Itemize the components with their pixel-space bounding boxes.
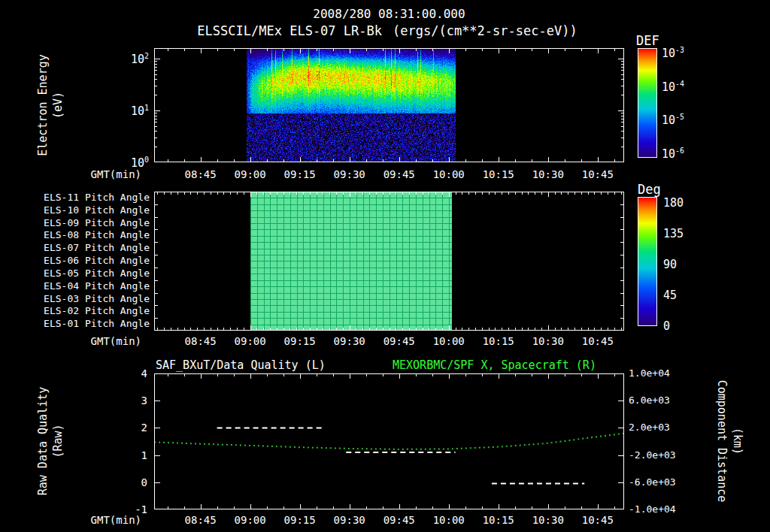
deg-colorbar-tick-label: 135 <box>663 227 684 240</box>
left-series-title: SAF_BXuT/Data Quality (L) <box>156 358 326 372</box>
x-tick-label: 10:15 <box>474 335 523 347</box>
x-tick-label: 08:45 <box>177 514 225 526</box>
def-colorbar-tick-label: 10-5 <box>662 113 684 127</box>
x-tick-label: 08:45 <box>177 335 225 347</box>
x-tick-label: 09:30 <box>326 335 374 347</box>
x-tick-label: 09:30 <box>326 514 374 526</box>
distance-y-tick-label: -2.0e+03 <box>629 449 689 461</box>
def-colorbar-tick-label: 10-3 <box>662 46 684 60</box>
pitch-row-label: ELS-07 Pitch Angle <box>0 242 153 255</box>
x-tick-label: 10:45 <box>574 514 622 526</box>
datetime-title: 2008/280 08:31:00.000 <box>154 7 624 21</box>
quality-y-tick-label: -1 <box>114 503 147 515</box>
x-tick-label: 09:45 <box>375 168 423 180</box>
energy-y-tick-label: 102 <box>107 52 149 66</box>
x-tick-label: 09:00 <box>226 168 274 180</box>
pitch-row-label: ELS-05 Pitch Angle <box>0 268 153 280</box>
x-tick-label: 08:45 <box>177 168 225 180</box>
quality-y-tick-label: 2 <box>114 422 147 434</box>
x-tick-label: 10:15 <box>474 168 523 180</box>
def-colorbar-tick-label: 10-6 <box>662 147 684 161</box>
x-tick-label: 10:45 <box>574 168 622 180</box>
pitch-row-label: ELS-04 Pitch Angle <box>0 280 153 293</box>
def-colorbar <box>638 48 657 158</box>
distance-y-tick-label: -6.0e+03 <box>629 476 689 488</box>
x-tick-label: 09:15 <box>276 514 324 526</box>
x-tick-label: 09:45 <box>375 335 423 347</box>
x-tick-label: 10:30 <box>524 335 572 347</box>
pitch-row-label: ELS-08 Pitch Angle <box>0 229 153 242</box>
left-y-axis-label: Raw Data Quality <box>36 351 50 531</box>
x-tick-label: 10:45 <box>574 335 622 347</box>
def-colorbar-tick-label: 10-4 <box>662 80 684 94</box>
x-tick-label: 09:00 <box>226 335 274 347</box>
quality-y-tick-label: 3 <box>114 394 147 407</box>
deg-colorbar-tick-label: 90 <box>663 258 677 271</box>
x-tick-label: 10:00 <box>425 514 473 526</box>
deg-colorbar-tick-label: 0 <box>663 319 670 333</box>
left-y-axis-units: (Raw) <box>51 351 65 531</box>
x-tick-label: 09:15 <box>276 335 324 347</box>
pitch-row-label: ELS-03 Pitch Angle <box>0 293 153 306</box>
x-tick-label: 10:15 <box>474 514 523 526</box>
pitch-row-label: ELS-02 Pitch Angle <box>0 305 153 318</box>
deg-colorbar-tick-label: 45 <box>663 289 677 302</box>
x-tick-label: 09:45 <box>375 514 423 526</box>
pitch-row-label: ELS-09 Pitch Angle <box>0 217 153 230</box>
x-axis-label: GMT(min) <box>72 514 141 526</box>
deg-colorbar-tick-label: 180 <box>663 196 684 210</box>
units-label: (ergs/(cm**2-sr-sec-eV)) <box>393 23 578 38</box>
right-y-axis-label: Component Distance <box>715 351 729 531</box>
spectrogram-y-axis-units: (eV) <box>51 15 65 195</box>
quality-distance-plot <box>154 373 624 509</box>
x-tick-label: 10:00 <box>425 168 473 180</box>
pitch-row-label: ELS-11 Pitch Angle <box>0 192 153 204</box>
plot-title: ELSSCIL/MEx ELS-07 LR-Bk(ergs/(cm**2-sr-… <box>113 23 662 38</box>
x-tick-label: 09:00 <box>226 514 274 526</box>
distance-y-tick-label: 2.0e+03 <box>629 422 689 433</box>
quality-y-tick-label: 0 <box>114 476 147 488</box>
energy-y-tick-label: 100 <box>107 156 149 170</box>
deg-colorbar-title: Deg <box>638 182 661 197</box>
distance-y-tick-label: 1.0e+04 <box>629 367 689 379</box>
instrument-title: ELSSCIL/MEx ELS-07 LR-Bk <box>197 23 382 38</box>
deg-colorbar <box>638 197 657 326</box>
electron-energy-spectrogram <box>154 48 624 162</box>
x-tick-label: 10:30 <box>524 514 572 526</box>
quality-y-tick-label: 4 <box>114 367 147 379</box>
right-y-axis-units: (km) <box>731 351 744 531</box>
right-series-title: MEXORBMC/SPF X, Spacecraft (R) <box>393 358 596 372</box>
pitch-row-label: ELS-01 Pitch Angle <box>0 318 153 331</box>
x-axis-label: GMT(min) <box>72 335 141 347</box>
x-tick-label: 09:15 <box>276 168 324 180</box>
x-axis-label: GMT(min) <box>72 168 141 180</box>
energy-y-tick-label: 101 <box>107 104 149 118</box>
science-plot-viewer: 2008/280 08:31:00.000 ELSSCIL/MEx ELS-07… <box>0 0 770 532</box>
distance-y-tick-label: 6.0e+03 <box>629 394 689 406</box>
x-tick-label: 10:00 <box>425 335 473 347</box>
pitch-row-label: ELS-10 Pitch Angle <box>0 204 153 217</box>
x-tick-label: 09:30 <box>326 168 374 180</box>
spectrogram-y-axis-label: Electron Energy <box>36 15 50 195</box>
distance-y-tick-label: -1.0e+04 <box>629 503 689 515</box>
def-colorbar-title: DEF <box>636 33 659 48</box>
quality-y-tick-label: 1 <box>114 449 147 461</box>
pitch-angle-heatmap <box>154 192 624 331</box>
x-tick-label: 10:30 <box>524 168 572 180</box>
pitch-row-label: ELS-06 Pitch Angle <box>0 255 153 268</box>
